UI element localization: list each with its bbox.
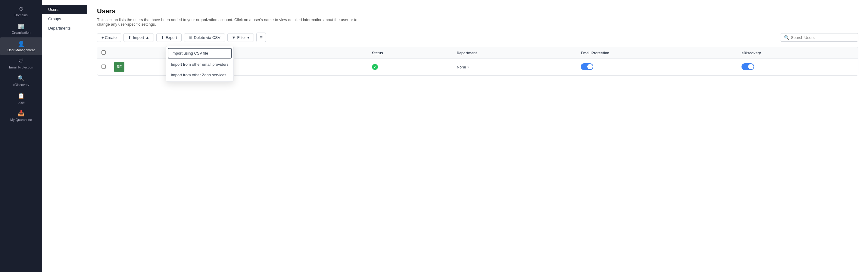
ediscovery-toggle[interactable] bbox=[742, 63, 754, 70]
header-ediscovery: eDiscovery bbox=[737, 47, 858, 59]
toggle-knob bbox=[748, 64, 753, 70]
header-email-protection: Email Protection bbox=[577, 47, 737, 59]
logs-icon: 📋 bbox=[18, 92, 24, 99]
organization-icon: 🏢 bbox=[18, 23, 24, 30]
sidebar-item-label: Logs bbox=[18, 101, 25, 104]
trash-icon: 🗑 bbox=[189, 35, 192, 40]
search-input[interactable] bbox=[791, 35, 855, 40]
ediscovery-icon: 🔍 bbox=[18, 75, 24, 82]
department-cell: None ▾ bbox=[453, 59, 577, 75]
sidebar-item-organization[interactable]: 🏢 Organization bbox=[0, 20, 42, 37]
email-protection-icon: 🛡 bbox=[19, 58, 24, 64]
content-area: Users This section lists the users that … bbox=[87, 0, 868, 272]
create-button[interactable]: + Create bbox=[97, 33, 121, 42]
sidebar-item-label: User Management bbox=[7, 48, 35, 52]
filter-button[interactable]: ▼ Filter ▾ bbox=[227, 33, 254, 42]
toggle-knob bbox=[587, 64, 593, 70]
row-checkbox-cell bbox=[97, 59, 110, 75]
header-status: Status bbox=[368, 47, 453, 59]
import-email-providers-item[interactable]: Import from other email providers bbox=[166, 59, 233, 70]
filter-chevron-icon: ▾ bbox=[247, 35, 249, 40]
email-protection-toggle[interactable] bbox=[581, 63, 593, 70]
sidebar-item-domains[interactable]: ⊙ Domains bbox=[0, 2, 42, 20]
sidebar-item-email-protection[interactable]: 🛡 Email Protection bbox=[0, 55, 42, 72]
sidebar-item-label: Email Protection bbox=[9, 65, 33, 69]
sidebar-item-label: My Quarantine bbox=[10, 118, 32, 121]
header-department: Department bbox=[453, 47, 577, 59]
avatar: RE bbox=[114, 62, 124, 72]
import-csv-item[interactable]: Import using CSV file bbox=[168, 48, 231, 58]
export-icon: ⬆ bbox=[161, 35, 164, 40]
chevron-up-icon: ▲ bbox=[146, 35, 149, 40]
import-zoho-services-item[interactable]: Import from other Zoho services bbox=[166, 70, 233, 80]
department-badge[interactable]: None ▾ bbox=[457, 65, 572, 70]
filter-icon: ▼ bbox=[232, 35, 236, 40]
email-protection-cell bbox=[577, 59, 737, 75]
select-all-checkbox[interactable] bbox=[101, 50, 106, 55]
search-icon: 🔍 bbox=[784, 35, 789, 40]
nav-item-departments[interactable]: Departments bbox=[42, 24, 87, 33]
sidebar-item-my-quarantine[interactable]: 📥 My Quarantine bbox=[0, 107, 42, 125]
sidebar-item-label: Organization bbox=[12, 31, 30, 34]
import-button[interactable]: ⬆ Import ▲ bbox=[123, 33, 154, 42]
nav-panel: Users Groups Departments bbox=[42, 0, 87, 272]
main-content: Users This section lists the users that … bbox=[87, 0, 868, 272]
sidebar: ⊙ Domains 🏢 Organization 👤 User Manageme… bbox=[0, 0, 42, 272]
row-checkbox[interactable] bbox=[101, 64, 106, 69]
import-dropdown: Import using CSV file Import from other … bbox=[166, 46, 234, 82]
import-icon: ⬆ bbox=[128, 35, 131, 40]
status-cell bbox=[368, 59, 453, 75]
sidebar-item-ediscovery[interactable]: 🔍 eDiscovery bbox=[0, 72, 42, 89]
sidebar-item-logs[interactable]: 📋 Logs bbox=[0, 89, 42, 107]
menu-icon: ≡ bbox=[259, 35, 262, 40]
nav-item-groups[interactable]: Groups bbox=[42, 14, 87, 24]
nav-item-users[interactable]: Users bbox=[42, 5, 87, 14]
toolbar: + Create ⬆ Import ▲ Import using CSV fil… bbox=[97, 33, 858, 42]
page-description: This section lists the users that have b… bbox=[97, 18, 368, 27]
domains-icon: ⊙ bbox=[19, 5, 24, 12]
import-wrapper: ⬆ Import ▲ Import using CSV file Import … bbox=[123, 33, 154, 42]
menu-icon-button[interactable]: ≡ bbox=[256, 33, 266, 42]
my-quarantine-icon: 📥 bbox=[18, 110, 24, 117]
search-wrapper[interactable]: 🔍 bbox=[780, 33, 858, 42]
ediscovery-cell bbox=[737, 59, 858, 75]
page-title: Users bbox=[97, 7, 858, 15]
sidebar-item-label: eDiscovery bbox=[13, 83, 29, 86]
sidebar-item-label: Domains bbox=[14, 13, 27, 17]
user-management-icon: 👤 bbox=[18, 40, 24, 47]
status-indicator bbox=[372, 64, 378, 70]
export-button[interactable]: ⬆ Export bbox=[156, 33, 182, 42]
delete-csv-button[interactable]: 🗑 Delete via CSV bbox=[184, 33, 225, 42]
sidebar-item-user-management[interactable]: 👤 User Management bbox=[0, 37, 42, 55]
header-checkbox-cell bbox=[97, 47, 110, 59]
department-chevron-icon: ▾ bbox=[467, 65, 469, 69]
